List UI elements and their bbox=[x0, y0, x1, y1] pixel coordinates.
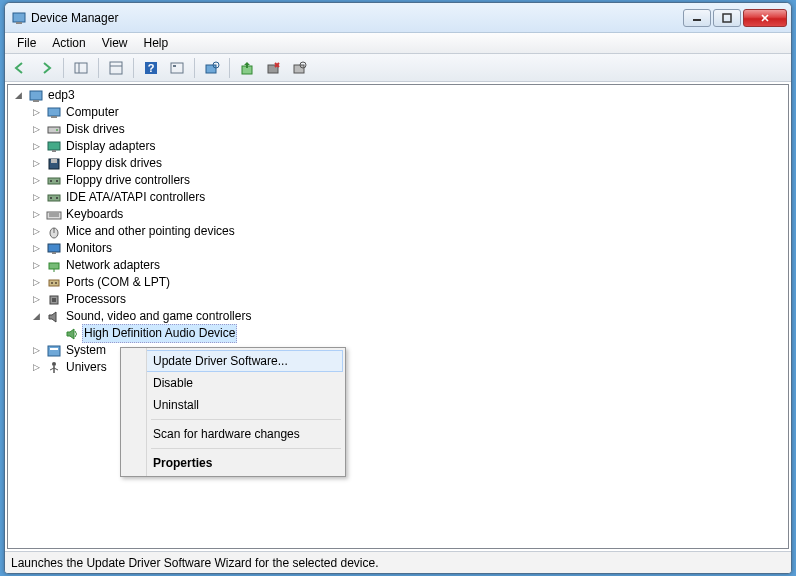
svg-rect-13 bbox=[173, 65, 176, 67]
context-menu-item[interactable]: Scan for hardware changes bbox=[123, 423, 343, 445]
svg-rect-25 bbox=[51, 116, 57, 118]
expander-icon[interactable] bbox=[48, 328, 60, 340]
context-menu-separator bbox=[151, 448, 341, 449]
expander-icon[interactable]: ▷ bbox=[30, 175, 42, 187]
tree-category[interactable]: ▷Network adapters bbox=[8, 257, 788, 274]
expander-icon[interactable]: ▷ bbox=[30, 141, 42, 153]
controller-icon bbox=[46, 173, 62, 189]
tree-category[interactable]: ▷Disk drives bbox=[8, 121, 788, 138]
keyboard-icon bbox=[46, 207, 62, 223]
menu-action[interactable]: Action bbox=[44, 34, 93, 52]
expander-icon[interactable]: ◢ bbox=[12, 90, 24, 102]
disk-icon bbox=[46, 122, 62, 138]
tree-node-label: IDE ATA/ATAPI controllers bbox=[64, 189, 207, 206]
help-button[interactable]: ? bbox=[140, 57, 162, 79]
svg-rect-51 bbox=[52, 298, 56, 302]
floppy-icon bbox=[46, 156, 62, 172]
tree-root[interactable]: ◢edp3 bbox=[8, 87, 788, 104]
expander-icon[interactable]: ▷ bbox=[30, 277, 42, 289]
svg-point-34 bbox=[56, 180, 58, 182]
expander-icon[interactable]: ▷ bbox=[30, 362, 42, 374]
expander-icon[interactable]: ◢ bbox=[30, 311, 42, 323]
statusbar: Launches the Update Driver Software Wiza… bbox=[5, 551, 791, 573]
svg-rect-8 bbox=[110, 62, 122, 74]
tree-category[interactable]: ▷Floppy drive controllers bbox=[8, 172, 788, 189]
context-menu-item[interactable]: Disable bbox=[123, 372, 343, 394]
expander-icon[interactable]: ▷ bbox=[30, 124, 42, 136]
context-menu-item[interactable]: Update Driver Software... bbox=[123, 350, 343, 372]
device-tree[interactable]: ◢edp3▷Computer▷Disk drives▷Display adapt… bbox=[7, 84, 789, 549]
uninstall-button[interactable] bbox=[262, 57, 284, 79]
menu-view[interactable]: View bbox=[94, 34, 136, 52]
svg-rect-45 bbox=[49, 263, 59, 269]
tree-node-label: Floppy disk drives bbox=[64, 155, 164, 172]
tree-category[interactable]: ▷Monitors bbox=[8, 240, 788, 257]
toolbar-separator bbox=[98, 58, 99, 78]
expander-icon[interactable]: ▷ bbox=[30, 260, 42, 272]
tree-category[interactable]: ◢Sound, video and game controllers bbox=[8, 308, 788, 325]
menu-help[interactable]: Help bbox=[136, 34, 177, 52]
svg-rect-53 bbox=[50, 348, 58, 350]
update-driver-button[interactable] bbox=[236, 57, 258, 79]
tree-node-label: Keyboards bbox=[64, 206, 125, 223]
svg-rect-20 bbox=[294, 65, 304, 73]
tree-node-label: Display adapters bbox=[64, 138, 157, 155]
expander-icon[interactable]: ▷ bbox=[30, 243, 42, 255]
svg-rect-14 bbox=[206, 65, 216, 73]
svg-rect-22 bbox=[30, 91, 42, 100]
tree-category[interactable]: ▷IDE ATA/ATAPI controllers bbox=[8, 189, 788, 206]
titlebar: Device Manager bbox=[5, 3, 791, 33]
toolbar-separator bbox=[194, 58, 195, 78]
context-menu-item[interactable]: Uninstall bbox=[123, 394, 343, 416]
network-icon bbox=[46, 258, 62, 274]
svg-rect-35 bbox=[48, 195, 60, 201]
port-icon bbox=[46, 275, 62, 291]
tree-category[interactable]: ▷Display adapters bbox=[8, 138, 788, 155]
disable-button[interactable] bbox=[288, 57, 310, 79]
menu-file[interactable]: File bbox=[9, 34, 44, 52]
expander-icon[interactable]: ▷ bbox=[30, 209, 42, 221]
expander-icon[interactable]: ▷ bbox=[30, 158, 42, 170]
tree-category[interactable]: ▷Keyboards bbox=[8, 206, 788, 223]
window-title: Device Manager bbox=[31, 11, 683, 25]
svg-rect-52 bbox=[48, 346, 60, 356]
maximize-button[interactable] bbox=[713, 9, 741, 27]
tree-node-label: Computer bbox=[64, 104, 121, 121]
svg-rect-44 bbox=[52, 252, 56, 254]
expander-icon[interactable]: ▷ bbox=[30, 345, 42, 357]
context-menu-item[interactable]: Properties bbox=[123, 452, 343, 474]
controller-icon bbox=[46, 190, 62, 206]
svg-rect-26 bbox=[48, 127, 60, 133]
svg-rect-12 bbox=[171, 63, 183, 73]
app-icon bbox=[11, 10, 27, 26]
expander-icon[interactable]: ▷ bbox=[30, 294, 42, 306]
scan-button[interactable] bbox=[201, 57, 223, 79]
speaker-icon bbox=[64, 326, 80, 342]
usb-icon bbox=[46, 360, 62, 376]
close-button[interactable] bbox=[743, 9, 787, 27]
tree-node-label: Ports (COM & LPT) bbox=[64, 274, 172, 291]
expander-icon[interactable]: ▷ bbox=[30, 192, 42, 204]
show-hide-tree-button[interactable] bbox=[70, 57, 92, 79]
tree-category[interactable]: ▷Floppy disk drives bbox=[8, 155, 788, 172]
tree-category[interactable]: ▷Computer bbox=[8, 104, 788, 121]
svg-rect-6 bbox=[75, 63, 87, 73]
svg-point-54 bbox=[52, 362, 56, 366]
expander-icon[interactable]: ▷ bbox=[30, 226, 42, 238]
svg-rect-31 bbox=[51, 159, 57, 163]
menubar: File Action View Help bbox=[5, 33, 791, 54]
expander-icon[interactable]: ▷ bbox=[30, 107, 42, 119]
forward-button[interactable] bbox=[35, 57, 57, 79]
back-button[interactable] bbox=[9, 57, 31, 79]
tree-category[interactable]: ▷Ports (COM & LPT) bbox=[8, 274, 788, 291]
tree-category[interactable]: ▷Processors bbox=[8, 291, 788, 308]
tree-device[interactable]: High Definition Audio Device bbox=[8, 325, 788, 342]
tree-category[interactable]: ▷Mice and other pointing devices bbox=[8, 223, 788, 240]
toolbar: ? bbox=[5, 54, 791, 82]
tree-node-label: Sound, video and game controllers bbox=[64, 308, 253, 325]
svg-rect-28 bbox=[48, 142, 60, 150]
window-controls bbox=[683, 9, 787, 27]
properties-button[interactable] bbox=[105, 57, 127, 79]
action-button[interactable] bbox=[166, 57, 188, 79]
minimize-button[interactable] bbox=[683, 9, 711, 27]
